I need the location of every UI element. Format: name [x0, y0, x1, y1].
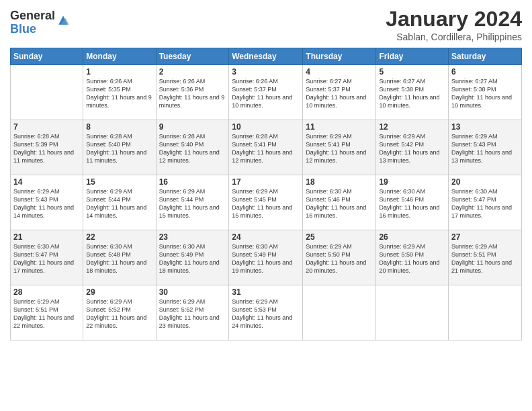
calendar-cell: 1Sunrise: 6:26 AMSunset: 5:35 PMDaylight…: [83, 65, 156, 120]
day-info: Sunrise: 6:29 AMSunset: 5:45 PMDaylight:…: [232, 187, 300, 220]
calendar-cell: 16Sunrise: 6:29 AMSunset: 5:44 PMDayligh…: [156, 175, 229, 230]
page: General Blue January 2024 Sablan, Cordil…: [0, 0, 532, 411]
logo-text: General Blue: [10, 9, 55, 36]
calendar-subtitle: Sablan, Cordillera, Philippines: [386, 32, 522, 42]
title-area: January 2024 Sablan, Cordillera, Philipp…: [386, 7, 522, 42]
day-info: Sunrise: 6:26 AMSunset: 5:35 PMDaylight:…: [86, 77, 152, 110]
calendar-cell: 26Sunrise: 6:29 AMSunset: 5:50 PMDayligh…: [376, 230, 449, 285]
day-number: 21: [13, 232, 80, 242]
day-number: 4: [306, 67, 373, 77]
calendar-cell: 9Sunrise: 6:28 AMSunset: 5:40 PMDaylight…: [156, 120, 229, 175]
day-number: 16: [159, 177, 226, 187]
day-info: Sunrise: 6:27 AMSunset: 5:37 PMDaylight:…: [306, 77, 373, 110]
day-info: Sunrise: 6:29 AMSunset: 5:43 PMDaylight:…: [451, 132, 519, 165]
day-info: Sunrise: 6:28 AMSunset: 5:39 PMDaylight:…: [13, 132, 80, 165]
calendar-cell: 4Sunrise: 6:27 AMSunset: 5:37 PMDaylight…: [303, 65, 376, 120]
header-tuesday: Tuesday: [156, 48, 229, 65]
day-info: Sunrise: 6:30 AMSunset: 5:47 PMDaylight:…: [13, 242, 80, 275]
day-info: Sunrise: 6:27 AMSunset: 5:38 PMDaylight:…: [451, 77, 519, 110]
calendar-table: Sunday Monday Tuesday Wednesday Thursday…: [10, 48, 522, 340]
day-info: Sunrise: 6:30 AMSunset: 5:46 PMDaylight:…: [306, 187, 373, 220]
calendar-cell: 5Sunrise: 6:27 AMSunset: 5:38 PMDaylight…: [376, 65, 449, 120]
calendar-cell: 6Sunrise: 6:27 AMSunset: 5:38 PMDaylight…: [449, 65, 522, 120]
calendar-cell: 25Sunrise: 6:29 AMSunset: 5:50 PMDayligh…: [303, 230, 376, 285]
calendar-cell: [303, 285, 376, 340]
calendar-cell: 21Sunrise: 6:30 AMSunset: 5:47 PMDayligh…: [11, 230, 83, 285]
day-info: Sunrise: 6:26 AMSunset: 5:36 PMDaylight:…: [159, 77, 226, 110]
day-info: Sunrise: 6:29 AMSunset: 5:50 PMDaylight:…: [379, 242, 445, 275]
calendar-cell: 11Sunrise: 6:29 AMSunset: 5:41 PMDayligh…: [303, 120, 376, 175]
calendar-cell: 3Sunrise: 6:26 AMSunset: 5:37 PMDaylight…: [229, 65, 303, 120]
day-info: Sunrise: 6:29 AMSunset: 5:42 PMDaylight:…: [379, 132, 445, 165]
day-number: 20: [451, 177, 519, 187]
day-info: Sunrise: 6:29 AMSunset: 5:52 PMDaylight:…: [159, 298, 226, 330]
calendar-cell: 20Sunrise: 6:30 AMSunset: 5:47 PMDayligh…: [449, 175, 522, 230]
day-number: 8: [86, 122, 152, 132]
calendar-cell: 15Sunrise: 6:29 AMSunset: 5:44 PMDayligh…: [83, 175, 156, 230]
day-info: Sunrise: 6:30 AMSunset: 5:48 PMDaylight:…: [86, 242, 152, 275]
day-number: 27: [451, 232, 519, 242]
calendar-week-4: 28Sunrise: 6:29 AMSunset: 5:51 PMDayligh…: [11, 285, 522, 340]
logo: General Blue: [10, 9, 70, 36]
calendar-week-3: 21Sunrise: 6:30 AMSunset: 5:47 PMDayligh…: [11, 230, 522, 285]
header-sunday: Sunday: [11, 48, 83, 65]
day-number: 10: [232, 122, 300, 132]
calendar-cell: 28Sunrise: 6:29 AMSunset: 5:51 PMDayligh…: [11, 285, 83, 340]
day-info: Sunrise: 6:29 AMSunset: 5:53 PMDaylight:…: [232, 298, 300, 330]
calendar-cell: 30Sunrise: 6:29 AMSunset: 5:52 PMDayligh…: [156, 285, 229, 340]
day-number: 2: [159, 67, 226, 77]
day-number: 1: [86, 67, 152, 77]
day-info: Sunrise: 6:30 AMSunset: 5:46 PMDaylight:…: [379, 187, 445, 220]
day-info: Sunrise: 6:26 AMSunset: 5:37 PMDaylight:…: [232, 77, 300, 110]
calendar-week-0: 1Sunrise: 6:26 AMSunset: 5:35 PMDaylight…: [11, 65, 522, 120]
day-number: 9: [159, 122, 226, 132]
header-thursday: Thursday: [303, 48, 376, 65]
day-number: 28: [13, 287, 80, 297]
calendar-cell: 23Sunrise: 6:30 AMSunset: 5:49 PMDayligh…: [156, 230, 229, 285]
day-number: 22: [86, 232, 152, 242]
day-number: 3: [232, 67, 300, 77]
day-number: 23: [159, 232, 226, 242]
day-info: Sunrise: 6:30 AMSunset: 5:49 PMDaylight:…: [159, 242, 226, 275]
calendar-cell: 29Sunrise: 6:29 AMSunset: 5:52 PMDayligh…: [83, 285, 156, 340]
calendar-cell: 19Sunrise: 6:30 AMSunset: 5:46 PMDayligh…: [376, 175, 449, 230]
calendar-cell: [11, 65, 83, 120]
header-monday: Monday: [83, 48, 156, 65]
calendar-cell: 17Sunrise: 6:29 AMSunset: 5:45 PMDayligh…: [229, 175, 303, 230]
day-number: 29: [86, 287, 152, 297]
calendar-title: January 2024: [386, 7, 522, 32]
logo-blue: Blue: [10, 23, 55, 36]
weekday-header-row: Sunday Monday Tuesday Wednesday Thursday…: [11, 48, 522, 65]
day-info: Sunrise: 6:27 AMSunset: 5:38 PMDaylight:…: [379, 77, 445, 110]
day-number: 7: [13, 122, 80, 132]
day-info: Sunrise: 6:29 AMSunset: 5:43 PMDaylight:…: [13, 187, 80, 220]
day-number: 15: [86, 177, 152, 187]
day-number: 5: [379, 67, 445, 77]
day-info: Sunrise: 6:29 AMSunset: 5:51 PMDaylight:…: [451, 242, 519, 275]
calendar-cell: 10Sunrise: 6:28 AMSunset: 5:41 PMDayligh…: [229, 120, 303, 175]
calendar-cell: 12Sunrise: 6:29 AMSunset: 5:42 PMDayligh…: [376, 120, 449, 175]
calendar-cell: 22Sunrise: 6:30 AMSunset: 5:48 PMDayligh…: [83, 230, 156, 285]
header: General Blue January 2024 Sablan, Cordil…: [10, 7, 522, 42]
day-info: Sunrise: 6:28 AMSunset: 5:41 PMDaylight:…: [232, 132, 300, 165]
day-info: Sunrise: 6:29 AMSunset: 5:44 PMDaylight:…: [159, 187, 226, 220]
calendar-cell: 13Sunrise: 6:29 AMSunset: 5:43 PMDayligh…: [449, 120, 522, 175]
day-number: 11: [306, 122, 373, 132]
header-wednesday: Wednesday: [229, 48, 303, 65]
calendar-week-1: 7Sunrise: 6:28 AMSunset: 5:39 PMDaylight…: [11, 120, 522, 175]
day-info: Sunrise: 6:30 AMSunset: 5:49 PMDaylight:…: [232, 242, 300, 275]
calendar-cell: 27Sunrise: 6:29 AMSunset: 5:51 PMDayligh…: [449, 230, 522, 285]
day-number: 14: [13, 177, 80, 187]
day-info: Sunrise: 6:29 AMSunset: 5:50 PMDaylight:…: [306, 242, 373, 275]
day-number: 12: [379, 122, 445, 132]
day-number: 6: [451, 67, 519, 77]
header-friday: Friday: [376, 48, 449, 65]
logo-general: General: [10, 9, 55, 23]
day-info: Sunrise: 6:29 AMSunset: 5:41 PMDaylight:…: [306, 132, 373, 165]
day-number: 24: [232, 232, 300, 242]
day-info: Sunrise: 6:28 AMSunset: 5:40 PMDaylight:…: [86, 132, 152, 165]
calendar-cell: 7Sunrise: 6:28 AMSunset: 5:39 PMDaylight…: [11, 120, 83, 175]
day-number: 19: [379, 177, 445, 187]
calendar-cell: 14Sunrise: 6:29 AMSunset: 5:43 PMDayligh…: [11, 175, 83, 230]
logo-icon: [56, 13, 70, 27]
